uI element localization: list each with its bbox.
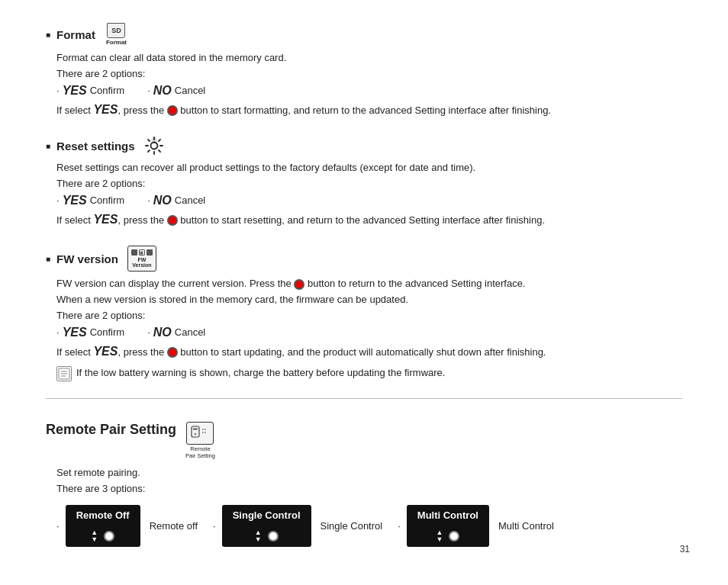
fw-desc1: FW version can display the current versi…	[56, 276, 682, 292]
fw-options: · YES Confirm · NO Cancel	[56, 326, 682, 339]
fw-red-dot2	[167, 347, 178, 358]
reset-yes-label: Confirm	[90, 194, 125, 206]
fw-note: If the low battery warning is shown, cha…	[56, 365, 682, 381]
format-no-symbol: NO	[153, 84, 172, 98]
center-dot-icon	[104, 531, 114, 542]
fw-bullet2: ·	[147, 326, 150, 338]
fw-desc3: There are 2 options:	[56, 308, 682, 324]
fw-title: FW version ▦ FW Version	[46, 246, 682, 272]
reset-red-dot	[167, 215, 178, 226]
fw-title-text: FW version	[56, 252, 118, 265]
remote-off-desc: Remote off	[150, 520, 198, 532]
reset-yes-symbol: YES	[63, 194, 87, 207]
remote-options-row: · Remote Off ▲ ▼ Remote off ·	[56, 505, 682, 547]
format-bullet1: ·	[56, 85, 60, 96]
reset-bullet2: ·	[147, 194, 150, 206]
multi-control-option: · Multi Control ▲ ▼ Multi Control	[398, 505, 554, 547]
reset-no-option: · NO Cancel	[147, 194, 205, 207]
section-divider	[46, 398, 682, 399]
center-dot-icon3	[449, 531, 459, 542]
single-control-option: · Single Control ▲ ▼ Single Control	[213, 505, 382, 547]
reset-desc1: Reset settings can recover all product s…	[56, 160, 682, 176]
multi-control-btn-label: Multi Control	[407, 505, 489, 526]
remote-off-bullet: ·	[56, 520, 60, 532]
format-yes-option: · YES Confirm	[56, 84, 124, 98]
reset-if-select: If select YES, press the button to start…	[56, 210, 682, 230]
single-control-btn-box: Single Control ▲ ▼	[222, 505, 311, 547]
multi-control-desc: Multi Control	[498, 520, 554, 532]
fw-bullet1: ·	[56, 326, 60, 338]
remote-pair-icon: Remote Pair Setting	[185, 422, 215, 459]
format-title-text: Format	[56, 28, 95, 41]
reset-desc2: There are 2 options:	[56, 176, 682, 192]
fw-section: FW version ▦ FW Version FW version can d…	[46, 246, 682, 381]
reset-gear-icon	[144, 136, 164, 156]
nav-arrows-icon: ▲ ▼	[91, 529, 98, 543]
single-control-desc: Single Control	[321, 520, 383, 532]
format-yes-label: Confirm	[90, 85, 125, 96]
remote-icon-img	[186, 422, 214, 445]
fw-icon-label: FW Version	[128, 257, 156, 268]
sd-card-icon: SD	[107, 23, 125, 38]
remote-off-btn-box: Remote Off ▲ ▼	[66, 505, 140, 547]
fw-yes-symbol: YES	[63, 326, 87, 339]
fw-no-symbol: NO	[153, 326, 172, 339]
svg-rect-6	[193, 428, 198, 430]
fw-desc2: When a new version is stored in the memo…	[56, 292, 682, 308]
fw-red-dot1	[294, 279, 304, 290]
format-desc1: Format can clear all data stored in the …	[56, 50, 682, 66]
format-options: · YES Confirm · NO Cancel	[56, 84, 682, 98]
fw-no-label: Cancel	[175, 326, 205, 338]
remote-title-text: Remote Pair Setting	[46, 422, 176, 438]
multi-control-btn-bottom: ▲ ▼	[407, 526, 489, 547]
reset-options: · YES Confirm · NO Cancel	[56, 194, 682, 207]
reset-no-symbol: NO	[153, 194, 172, 207]
fw-if-select: If select YES, press the button to start…	[56, 342, 682, 362]
single-control-btn-label: Single Control	[222, 505, 311, 526]
note-list-icon	[58, 368, 70, 380]
remote-svg-icon	[190, 425, 210, 442]
remote-off-option: · Remote Off ▲ ▼ Remote off	[56, 505, 198, 547]
reset-section: Reset settings Reset settings can recove…	[46, 136, 682, 229]
reset-title-text: Reset settings	[56, 140, 135, 153]
format-section: Format SD Format Format can clear all da…	[46, 23, 682, 119]
page-number: 31	[680, 544, 690, 554]
multi-control-bullet: ·	[398, 520, 401, 532]
note-icon	[56, 366, 72, 381]
remote-off-btn-label: Remote Off	[66, 505, 140, 526]
remote-section: Remote Pair Setting Remote Pair Setting …	[46, 414, 682, 547]
format-no-label: Cancel	[175, 85, 205, 96]
format-title: Format SD Format	[46, 23, 682, 46]
svg-point-7	[195, 433, 197, 436]
reset-no-label: Cancel	[175, 194, 205, 206]
fw-yes-option: · YES Confirm	[56, 326, 124, 339]
reset-bullet1: ·	[56, 194, 60, 206]
format-if-select: If select YES, press the button to start…	[56, 100, 682, 120]
fw-note-text: If the low battery warning is shown, cha…	[76, 365, 445, 381]
format-icon-label: Format	[106, 39, 127, 46]
reset-yes-option: · YES Confirm	[56, 194, 124, 207]
format-bullet2: ·	[147, 85, 150, 96]
fw-version-icon: ▦ FW Version	[127, 246, 156, 272]
format-no-option: · NO Cancel	[147, 84, 205, 98]
reset-title: Reset settings	[46, 136, 682, 156]
nav-arrows-icon2: ▲ ▼	[255, 529, 262, 543]
remote-desc2: There are 3 options:	[56, 481, 682, 497]
multi-control-btn-box: Multi Control ▲ ▼	[407, 505, 489, 547]
format-desc2: There are 2 options:	[56, 66, 682, 82]
format-yes-symbol: YES	[63, 84, 87, 98]
remote-desc1: Set remote pairing.	[56, 465, 682, 481]
nav-arrows-icon3: ▲ ▼	[436, 529, 443, 543]
fw-yes-label: Confirm	[90, 326, 125, 338]
center-dot-icon2	[268, 531, 279, 542]
remote-off-btn-bottom: ▲ ▼	[66, 526, 140, 547]
format-red-dot	[167, 105, 178, 116]
remote-title: Remote Pair Setting Remote Pair Setting	[46, 422, 682, 459]
single-control-bullet: ·	[213, 520, 216, 532]
fw-no-option: · NO Cancel	[147, 326, 205, 339]
sd-format-icon: SD Format	[106, 23, 127, 46]
single-control-btn-bottom: ▲ ▼	[222, 526, 311, 547]
remote-icon-label: Remote Pair Setting	[185, 445, 215, 459]
